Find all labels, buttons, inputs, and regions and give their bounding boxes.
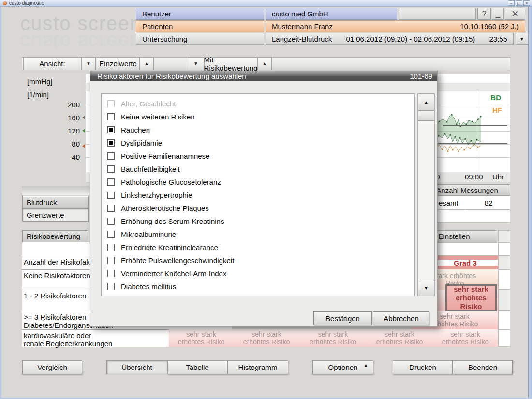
checkbox-icon[interactable]: [107, 100, 115, 107]
dialog-scrollbar[interactable]: ▲ ▼: [417, 93, 435, 296]
risk-factor-label: Atherosklerotische Plaques: [121, 204, 209, 212]
risk-cell-bottom-2[interactable]: sehr stark erhöhtes Risiko: [234, 329, 299, 347]
risk-factor-row[interactable]: Keine weiteren Risiken: [102, 110, 414, 123]
risk-factor-row[interactable]: Verminderter Knöchel-Arm-Index: [102, 267, 414, 280]
checkbox-icon[interactable]: [107, 139, 115, 147]
dialog-code: 101-69: [410, 72, 432, 80]
risk-mode-up-button[interactable]: ▲: [257, 57, 272, 70]
dialog-titlebar: Risikofaktoren für Risikobewertung auswä…: [90, 71, 437, 81]
risk-factor-label: Verminderter Knöchel-Arm-Index: [121, 269, 226, 278]
os-minimize-icon[interactable]: –: [508, 0, 515, 6]
y-tick-200: 200: [60, 101, 80, 109]
header-untersuchung-label[interactable]: Untersuchung: [136, 33, 264, 45]
risk-cell-bottom-5[interactable]: sehr stark erhöhtes Risiko: [432, 329, 498, 347]
y-tick-80: 80: [60, 140, 80, 148]
risk-mode-dropdown-button[interactable]: ▼: [189, 57, 203, 70]
risk-factor-row[interactable]: Bauchfettleibigkeit: [102, 163, 414, 176]
risk-factor-row[interactable]: Dyslipidämie: [102, 136, 414, 149]
view-mode-up-button[interactable]: ▲: [139, 57, 154, 70]
risk-factor-label: Keine weiteren Risiken: [121, 113, 195, 121]
exam-dropdown-button[interactable]: ▼: [516, 33, 528, 45]
risk-cell-bottom-4[interactable]: sehr stark erhöhtes Risiko: [367, 329, 432, 347]
tab-risikobewertung[interactable]: Risikobewertung: [22, 230, 88, 242]
ansicht-button[interactable]: Ansicht:: [23, 57, 81, 70]
minimize-button[interactable]: _: [492, 8, 504, 20]
checkbox-icon[interactable]: [107, 192, 115, 199]
risk-factor-row[interactable]: Erniedrigte Kreatininclearance: [102, 241, 414, 254]
checkbox-icon[interactable]: [107, 244, 115, 251]
checkbox-icon[interactable]: [107, 178, 115, 186]
header-patienten-label[interactable]: Patienten: [136, 20, 264, 32]
header-benutzer-label[interactable]: Benutzer: [136, 8, 264, 20]
risk-factor-row[interactable]: Atherosklerotische Plaques: [102, 202, 414, 215]
strip-cell: [498, 329, 510, 347]
risk-mode-button[interactable]: Mit Risikobewertung: [204, 57, 257, 70]
tab-blutdruck[interactable]: Blutdruck: [22, 196, 89, 208]
header-patient-row[interactable]: Mustermann Franz 10.10.1960 (52 J.): [266, 20, 525, 32]
risk-factor-label: Mikroalbuminurie: [121, 230, 176, 238]
checkbox-icon[interactable]: [107, 257, 115, 264]
brand-watermark-reflection: custo screen: [20, 31, 142, 53]
selected-risk-cell[interactable]: sehr stark erhöhtes Risiko: [445, 284, 497, 311]
checkbox-icon[interactable]: [107, 165, 115, 173]
histogramm-button[interactable]: Histogramm: [227, 360, 288, 374]
cancel-button[interactable]: Abbrechen: [373, 311, 429, 325]
exam-duration: 23:55: [489, 35, 507, 43]
risk-factor-label: Bauchfettleibigkeit: [121, 165, 180, 173]
os-close-icon[interactable]: ✕: [523, 0, 530, 6]
exam-range: 01.06.2012 (09:20) - 02.06.2012 (09:15): [346, 35, 475, 43]
risk-factor-row[interactable]: Erhöhte Pulswellengeschwindigkeit: [102, 254, 414, 267]
risk-cell-bottom-1[interactable]: sehr stark erhöhtes Risiko: [169, 329, 234, 347]
grad3-label: Grad 3: [432, 259, 498, 267]
scrollbar-thumb[interactable]: [418, 110, 434, 121]
confirm-button[interactable]: Bestätigen: [313, 311, 372, 325]
checkbox-icon[interactable]: [107, 218, 115, 225]
window-border-right: [528, 7, 532, 399]
risk-factor-row[interactable]: Positive Familienanamnese: [102, 149, 414, 163]
risk-factor-label: Alter, Geschlecht: [121, 100, 176, 108]
uebersicht-button[interactable]: Übersicht: [106, 360, 167, 374]
risk-factor-row[interactable]: Erhöhung des Serum-Kreatinins: [102, 215, 414, 228]
checkbox-icon[interactable]: [107, 283, 115, 290]
chevron-down-icon: ▼: [86, 61, 91, 66]
strip-cell: [498, 256, 510, 269]
risk-cell-bottom-3[interactable]: sehr stark erhöhtes Risiko: [299, 329, 367, 347]
risk-factor-row[interactable]: Diabetes mellitus: [102, 280, 414, 293]
risk-factor-row[interactable]: Rauchen: [102, 123, 414, 136]
view-mode-button[interactable]: Einzelwerte: [97, 57, 139, 70]
risk-factor-row[interactable]: Mikroalbuminurie: [102, 228, 414, 241]
chevron-up-icon: ▲: [364, 363, 368, 368]
checkbox-icon[interactable]: [107, 270, 115, 277]
risk-factor-row[interactable]: Pathologische Glucosetoleranz: [102, 176, 414, 189]
checkbox-icon[interactable]: [107, 205, 115, 212]
header-exam-row[interactable]: Langzeit-Blutdruck 01.06.2012 (09:20) - …: [266, 33, 514, 45]
scroll-up-button[interactable]: ▲: [418, 94, 434, 110]
tabelle-button[interactable]: Tabelle: [167, 360, 227, 374]
strip-cell: [498, 242, 510, 256]
chevron-up-icon: ▲: [424, 100, 429, 105]
app-icon: [3, 1, 7, 5]
threshold-marker-icon: [82, 116, 85, 119]
checkbox-icon[interactable]: [107, 231, 115, 238]
risk-factor-row[interactable]: Linksherzhypertrophie: [102, 189, 414, 202]
strip-cell: [498, 290, 510, 311]
checkbox-icon[interactable]: [107, 152, 115, 160]
risk-factor-list: Alter, Geschlecht Keine weiteren Risiken…: [101, 93, 415, 296]
beenden-button[interactable]: Beenden: [453, 360, 513, 374]
scroll-down-button[interactable]: ▼: [418, 280, 434, 296]
risk-factor-label: Positive Familienanamnese: [121, 152, 209, 160]
checkbox-icon[interactable]: [107, 113, 115, 120]
header-benutzer-value[interactable]: custo med GmbH: [266, 8, 397, 20]
os-titlebar: custo diagnostic – ▢ ✕: [0, 0, 532, 7]
drucken-button[interactable]: Drucken: [393, 360, 453, 374]
checkbox-icon[interactable]: [107, 126, 115, 133]
ansicht-dropdown-button[interactable]: ▼: [81, 57, 96, 70]
os-restore-icon[interactable]: ▢: [516, 0, 522, 6]
vergleich-button[interactable]: Vergleich: [22, 360, 82, 374]
optionen-button[interactable]: Optionen ▲: [312, 360, 373, 374]
threshold-marker-icon: [82, 144, 85, 148]
risk-factor-row[interactable]: Alter, Geschlecht: [102, 97, 414, 110]
close-button[interactable]: ✕: [505, 8, 525, 20]
tab-grenzwerte[interactable]: Grenzwerte: [22, 208, 89, 222]
help-button[interactable]: ?: [477, 8, 491, 20]
